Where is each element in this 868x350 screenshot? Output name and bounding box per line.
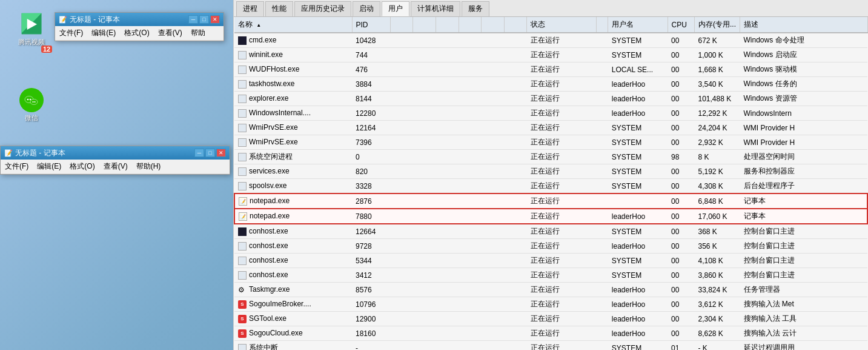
close-btn-1[interactable]: ✕	[210, 15, 220, 24]
proc-pid: 476	[352, 62, 390, 77]
menu-file-1[interactable]: 文件(F)	[58, 27, 85, 39]
proc-status: 正在运行	[527, 254, 597, 268]
table-row[interactable]: conhost.exe 12664 正在运行 SYSTEM 00 368 K 控…	[234, 224, 867, 239]
proc-user: leaderHoo	[608, 106, 668, 121]
table-row[interactable]: spoolsv.exe 3328 正在运行 SYSTEM 00 4,308 K …	[234, 179, 867, 194]
notepad-window-1: 📝 无标题 - 记事本 ─ □ ✕ 文件(F) 编辑(E) 格式(O) 查看(V…	[55, 12, 224, 41]
proc-mem: 12,292 K	[695, 106, 740, 121]
notepad-menubar-2: 文件(F) 编辑(E) 格式(O) 查看(V) 帮助(H)	[1, 160, 230, 174]
table-row[interactable]: conhost.exe 5344 正在运行 SYSTEM 00 4,108 K …	[234, 254, 867, 268]
table-row[interactable]: WindowsInternal.... 12280 正在运行 leaderHoo…	[234, 106, 867, 121]
proc-user: SYSTEM	[608, 48, 668, 62]
table-row[interactable]: conhost.exe 9728 正在运行 leaderHoo 00 356 K…	[234, 239, 867, 254]
tab-process[interactable]: 进程	[236, 1, 264, 16]
proc-user: SYSTEM	[608, 179, 668, 194]
proc-mem: 8 K	[695, 150, 740, 164]
maximize-btn-2[interactable]: □	[205, 149, 215, 157]
col-header-spacer1	[390, 17, 413, 33]
table-row[interactable]: explorer.exe 8144 正在运行 leaderHoo 00 101,…	[234, 92, 867, 106]
menu-help-1[interactable]: 帮助	[189, 27, 207, 39]
tab-app-history[interactable]: 应用历史记录	[294, 1, 351, 16]
col-header-mem[interactable]: 内存(专用...	[695, 17, 740, 33]
table-row[interactable]: WUDFHost.exe 476 正在运行 LOCAL SE... 00 1,6…	[234, 62, 867, 77]
table-row[interactable]: 📝notepad.exe 2876 正在运行 00 6,848 K 记事本	[234, 194, 867, 209]
col-header-pid[interactable]: PID	[352, 17, 390, 33]
proc-name: WindowsInternal....	[234, 106, 352, 121]
desktop: 腾讯视频 12 微信 📝 无标题 - 记事本	[0, 0, 868, 350]
sort-arrow-name: ▲	[256, 22, 261, 28]
proc-user: leaderHoo	[608, 209, 668, 224]
proc-pid: -	[352, 341, 390, 351]
menu-view-1[interactable]: 查看(V)	[156, 27, 184, 39]
table-row[interactable]: ⚙Taskmgr.exe 8576 正在运行 leaderHoo 00 33,8…	[234, 283, 867, 297]
notepad-titlebar-2: 📝 无标题 - 记事本 ─ □ ✕	[1, 146, 230, 160]
minimize-btn-2[interactable]: ─	[194, 149, 204, 157]
col-header-user[interactable]: 用户名	[608, 17, 668, 33]
proc-mem: 101,488 K	[695, 92, 740, 106]
tab-users[interactable]: 用户	[382, 1, 409, 16]
menu-view-2[interactable]: 查看(V)	[102, 161, 130, 172]
tab-performance[interactable]: 性能	[265, 1, 293, 16]
proc-cpu: 00	[668, 239, 694, 254]
col-header-spacer6	[504, 17, 527, 33]
proc-name: cmd.exe	[234, 33, 352, 48]
table-row[interactable]: SSogouCloud.exe 18160 正在运行 leaderHoo 00 …	[234, 326, 867, 341]
tab-computer-detail[interactable]: 计算机详细	[411, 1, 460, 16]
menu-help-2[interactable]: 帮助(H)	[134, 161, 163, 172]
table-row[interactable]: WmiPrvSE.exe 12164 正在运行 SYSTEM 00 24,204…	[234, 121, 867, 135]
proc-desc: Windows 任务的	[740, 77, 868, 92]
proc-name: WmiPrvSE.exe	[234, 135, 352, 150]
tab-startup[interactable]: 启动	[353, 1, 380, 16]
table-row[interactable]: wininit.exe 744 正在运行 SYSTEM 00 1,000 K W…	[234, 48, 867, 62]
col-header-cpu[interactable]: CPU	[668, 17, 694, 33]
proc-pid: 12900	[352, 312, 390, 326]
col-header-status[interactable]: 状态	[527, 17, 597, 33]
proc-status: 正在运行	[527, 239, 597, 254]
proc-cpu: 00	[668, 312, 694, 326]
maximize-btn-1[interactable]: □	[199, 15, 209, 24]
menu-file-2[interactable]: 文件(F)	[3, 161, 30, 172]
menu-format-2[interactable]: 格式(O)	[68, 161, 96, 172]
table-row[interactable]: WmiPrvSE.exe 7396 正在运行 SYSTEM 00 2,932 K…	[234, 135, 867, 150]
proc-user: SYSTEM	[608, 254, 668, 268]
tab-services[interactable]: 服务	[462, 1, 489, 16]
tencent-video-desktop-icon[interactable]: 腾讯视频 12	[12, 12, 51, 47]
minimize-btn-1[interactable]: ─	[188, 15, 198, 24]
table-row[interactable]: cmd.exe 10428 正在运行 SYSTEM 00 672 K Windo…	[234, 33, 867, 48]
table-row[interactable]: taskhostw.exe 3884 正在运行 leaderHoo 00 3,5…	[234, 77, 867, 92]
table-row[interactable]: 系统中断 - 正在运行 SYSTEM 01 - K 延迟过程调用用	[234, 341, 867, 351]
menu-format-1[interactable]: 格式(O)	[122, 27, 151, 39]
proc-pid: 3884	[352, 77, 390, 92]
col-header-name[interactable]: 名称 ▲	[234, 17, 352, 33]
close-btn-2[interactable]: ✕	[216, 149, 226, 157]
table-row[interactable]: services.exe 820 正在运行 SYSTEM 00 5,192 K …	[234, 164, 867, 179]
proc-mem: 3,860 K	[695, 268, 740, 283]
proc-pid: 2876	[352, 194, 390, 209]
table-row[interactable]: SSGTool.exe 12900 正在运行 leaderHoo 00 2,30…	[234, 312, 867, 326]
svg-point-9	[32, 101, 33, 103]
proc-cpu: 00	[668, 179, 694, 194]
proc-status: 正在运行	[527, 297, 597, 312]
col-header-spacer5	[482, 17, 505, 33]
proc-pid: 10796	[352, 297, 390, 312]
proc-pid: 820	[352, 164, 390, 179]
proc-mem: 2,304 K	[695, 312, 740, 326]
col-header-desc[interactable]: 描述	[740, 17, 868, 33]
process-table-container[interactable]: 名称 ▲ PID 状态 用户名 CPU 内存(专用... 描述	[234, 17, 868, 350]
table-row[interactable]: 📝notepad.exe 7880 正在运行 leaderHoo 00 17,0…	[234, 209, 867, 224]
proc-desc: 任务管理器	[740, 283, 868, 297]
proc-pid: 12164	[352, 121, 390, 135]
svg-point-10	[34, 101, 35, 103]
menu-edit-1[interactable]: 编辑(E)	[90, 27, 118, 39]
menu-edit-2[interactable]: 编辑(E)	[35, 161, 63, 172]
proc-user: SYSTEM	[608, 150, 668, 164]
wechat-desktop-icon[interactable]: 微信	[12, 88, 51, 123]
table-row[interactable]: SSogouImeBroker.... 10796 正在运行 leaderHoo…	[234, 297, 867, 312]
proc-pid: 3328	[352, 179, 390, 194]
proc-desc: 记事本	[740, 209, 868, 224]
proc-pid: 10428	[352, 33, 390, 48]
proc-mem: 5,192 K	[695, 164, 740, 179]
table-row[interactable]: conhost.exe 3412 正在运行 SYSTEM 00 3,860 K …	[234, 268, 867, 283]
proc-desc: Windows 命令处理	[740, 33, 868, 48]
table-row[interactable]: 系统空闲进程 0 正在运行 SYSTEM 98 8 K 处理器空闲时间	[234, 150, 867, 164]
